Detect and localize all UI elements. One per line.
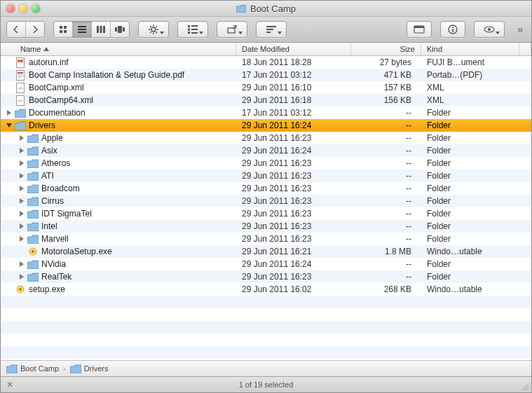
disclosure-triangle[interactable] [18, 198, 26, 204]
svg-rect-27 [191, 32, 198, 34]
view-cover-button[interactable] [110, 22, 129, 37]
disclosure-triangle[interactable] [18, 211, 26, 216]
file-size-label: -- [351, 133, 421, 143]
action-button[interactable] [139, 22, 168, 37]
chevron-left-icon [13, 26, 19, 33]
folder-icon [27, 233, 39, 244]
disclosure-triangle[interactable] [5, 123, 13, 127]
close-button[interactable] [6, 4, 15, 13]
column-header-name[interactable]: Name [1, 43, 236, 55]
disclosure-triangle[interactable] [18, 173, 26, 179]
file-name-label: Atheros [41, 158, 70, 168]
table-row[interactable]: RealTek29 Jun 2011 16:23--Folder [1, 270, 531, 283]
path-segment[interactable]: Boot Camp [20, 364, 59, 373]
table-row[interactable]: Documentation17 Jun 2011 03:12--Folder [1, 106, 531, 119]
file-size-label: -- [351, 272, 421, 282]
disclosure-triangle[interactable] [18, 261, 26, 267]
arrange-group [177, 21, 208, 38]
zoom-button[interactable] [32, 4, 40, 13]
table-row[interactable]: IDT SigmaTel29 Jun 2011 16:23--Folder [1, 207, 531, 220]
column-header-kind[interactable]: Kind [421, 43, 519, 55]
table-row[interactable]: Broadcom29 Jun 2011 16:23--Folder [1, 182, 531, 195]
table-row[interactable]: Intel29 Jun 2011 16:23--Folder [1, 220, 531, 233]
share-button[interactable] [217, 22, 247, 37]
toolbar: » [1, 17, 531, 43]
disclosure-triangle[interactable] [5, 110, 13, 116]
svg-rect-11 [118, 26, 122, 33]
eye-icon [484, 26, 495, 33]
file-list[interactable]: autorun.inf18 Jun 2011 18:2827 bytesFUJI… [1, 56, 531, 360]
forward-button[interactable] [25, 22, 44, 37]
folder-icon [236, 4, 246, 13]
table-row[interactable]: Atheros29 Jun 2011 16:23--Folder [1, 157, 531, 170]
folder-icon [27, 170, 39, 181]
file-kind-label: Folder [421, 234, 531, 244]
disclosure-triangle[interactable] [18, 236, 26, 242]
table-row[interactable]: Marvell29 Jun 2011 16:23--Folder [1, 233, 531, 245]
svg-rect-8 [100, 26, 102, 33]
chevron-down-icon [238, 32, 243, 34]
svg-rect-23 [188, 29, 190, 31]
table-row[interactable]: </>BootCamp64.xml29 Jun 2011 16:18156 KB… [1, 94, 531, 106]
table-row[interactable]: ATI29 Jun 2011 16:23--Folder [1, 170, 531, 182]
table-row[interactable]: autorun.inf18 Jun 2011 18:2827 bytesFUJI… [1, 56, 531, 69]
back-button[interactable] [7, 22, 25, 37]
window-title: Boot Camp [1, 4, 531, 14]
arrange-button[interactable] [178, 22, 207, 37]
table-row[interactable]: MotorolaSetup.exe29 Jun 2011 16:211.8 MB… [1, 245, 531, 258]
svg-point-35 [452, 27, 453, 28]
edit-tags-button[interactable] [257, 22, 286, 37]
table-row[interactable]: Apple29 Jun 2011 16:23--Folder [1, 132, 531, 144]
table-row[interactable]: setup.exe29 Jun 2011 16:02268 KBWindo…ut… [1, 283, 531, 296]
resize-grip[interactable] [520, 382, 528, 390]
file-kind-label: Folder [421, 259, 531, 269]
svg-rect-43 [18, 74, 23, 75]
table-row[interactable]: NVidia29 Jun 2011 16:24--Folder [1, 258, 531, 270]
svg-rect-0 [60, 26, 62, 29]
tags-icon [266, 26, 276, 33]
svg-point-38 [488, 28, 491, 31]
path-bar[interactable]: Boot Camp›Drivers [1, 360, 531, 376]
overflow-button[interactable]: » [513, 24, 526, 35]
file-name-label: MotorolaSetup.exe [41, 247, 112, 256]
path-segment[interactable]: Drivers [84, 364, 109, 373]
file-name-label: BootCamp.xml [29, 83, 84, 92]
disclosure-triangle[interactable] [18, 274, 26, 280]
disclosure-triangle[interactable] [18, 135, 26, 141]
view-column-button[interactable] [91, 22, 110, 37]
table-row[interactable]: Cirrus29 Jun 2011 16:23--Folder [1, 195, 531, 207]
file-date-label: 29 Jun 2011 16:23 [236, 171, 351, 181]
grid-icon [59, 25, 67, 34]
svg-rect-7 [97, 26, 99, 33]
file-kind-label: Folder [421, 120, 531, 130]
empty-row [1, 296, 531, 308]
disclosure-triangle[interactable] [18, 223, 26, 229]
folder-icon [27, 145, 39, 156]
info-button[interactable] [441, 22, 465, 37]
preview-button[interactable] [475, 22, 504, 37]
folder-icon [27, 221, 39, 232]
table-row[interactable]: </>BootCamp.xml29 Jun 2011 16:10157 KBXM… [1, 81, 531, 94]
status-meta-icon[interactable]: ✕ [6, 380, 13, 389]
disclosure-triangle[interactable] [18, 186, 26, 191]
table-row[interactable]: Asix29 Jun 2011 16:24--Folder [1, 144, 531, 157]
table-row[interactable]: Boot Camp Installation & Setup Guide.pdf… [1, 69, 531, 81]
table-row[interactable]: Drivers29 Jun 2011 16:24--Folder [1, 119, 531, 132]
svg-line-18 [150, 26, 151, 27]
disclosure-triangle[interactable] [18, 160, 26, 166]
share-icon [227, 25, 237, 34]
file-size-label: -- [351, 120, 421, 130]
file-date-label: 29 Jun 2011 16:23 [236, 133, 351, 143]
quicklook-button[interactable] [407, 22, 431, 37]
view-list-button[interactable] [72, 22, 91, 37]
coverflow-icon [115, 26, 125, 33]
svg-text:</>: </> [18, 86, 22, 90]
minimize-button[interactable] [19, 4, 27, 13]
info-icon [448, 25, 458, 34]
column-header-date[interactable]: Date Modified [236, 43, 351, 55]
column-header-size[interactable]: Size [351, 43, 421, 55]
titlebar[interactable]: Boot Camp [1, 1, 531, 17]
view-icon-button[interactable] [54, 22, 72, 37]
disclosure-triangle[interactable] [18, 148, 26, 153]
file-name-label: Broadcom [41, 184, 80, 193]
